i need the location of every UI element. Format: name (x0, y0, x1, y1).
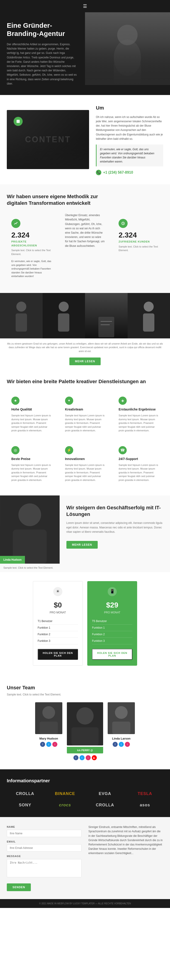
partner-crolla-2: CROLLA (87, 801, 123, 809)
price-btn-free[interactable]: HOLEN SIE SICH DEN PLAN (38, 649, 78, 660)
service-item-4: ◎ Beste Preise Sample text hipsum Lorem … (7, 442, 56, 487)
social-tw-linda[interactable]: t (119, 742, 124, 747)
service-text-3: Sample text hipsum Lorem ipsum is dummy … (118, 414, 159, 433)
team-member-mary: Mary Hudson f t i (35, 702, 62, 760)
service-text-2: Sample text hipsum Lorem ipsum is dummy … (65, 414, 105, 433)
partners-section: Informationspartner CROLLA BINANCE EVGA … (0, 769, 170, 817)
social-ig-nick[interactable]: i (86, 755, 91, 760)
svg-point-21 (76, 707, 94, 725)
email-group: EMAIL (7, 840, 82, 852)
service-item-6: ☎ 24/7-Support Sample text hipsum Lorem … (114, 442, 163, 487)
svg-rect-25 (112, 722, 130, 734)
team-grid: Mary Hudson f t i Ick PERRY @ f t i (7, 702, 163, 760)
pricing-section: ☀ $0 PRO MONAT T1 Benutzer Funktion 1 Fu… (0, 572, 170, 675)
price-btn-paid[interactable]: HOLEN SIE SICH DEN PLAN (92, 649, 132, 660)
svg-rect-13 (143, 313, 154, 332)
it-name-badge: Linda Hudson (0, 556, 25, 564)
partner-crolla-1: CROLLA (7, 790, 43, 798)
social-fb-mary[interactable]: f (40, 742, 45, 747)
it-person-role: Sample text. Click to select the Text El… (3, 566, 56, 570)
team-socials-mary: f t i (35, 742, 62, 747)
service-text-5: Sample text hipsum Lorem ipsum is dummy … (65, 463, 105, 482)
it-more-button[interactable]: MEHR LESEN (66, 541, 98, 549)
content-box: CONTENT (7, 110, 89, 169)
social-tw-nick[interactable]: t (80, 755, 85, 760)
about-section: CONTENT Um Oh ich nahzue, wenn ich so au… (0, 95, 170, 184)
service-item-3: ◈ Erstaunliche Ergebnisse Sample text hi… (114, 392, 163, 437)
about-text: Oh ich nahzue, wenn ich so aufschalten w… (96, 115, 163, 141)
phone-icon: 📞 (96, 170, 101, 175)
about-highlight: Er vermuten, wie er sagte, Gott, das uns… (96, 145, 163, 166)
service-icon-2: ✦ (65, 396, 73, 405)
it-solutions-section: Linda Hudson Sample text. Click to selec… (0, 495, 170, 572)
svg-rect-9 (98, 317, 114, 337)
message-input[interactable] (7, 859, 82, 877)
service-text-6: Sample text hipsum Lorem ipsum is dummy … (118, 463, 159, 482)
stat-box-2: 2.324 ZUFRIEDENE KUNDEN Sample text. Cli… (114, 213, 163, 284)
service-text-4: Sample text hipsum Lorem ipsum is dummy … (11, 463, 52, 482)
svg-point-15 (18, 503, 41, 526)
social-tw-mary[interactable]: t (46, 742, 51, 747)
stat-label-1: PROJEKTE ABGESCHLOSSEN (11, 240, 52, 247)
price-card-free: ☀ $0 PRO MONAT T1 Benutzer Funktion 1 Fu… (33, 581, 83, 666)
team-socials-linda: f t i (108, 742, 135, 747)
stat-desc-1: Er vermuten, wie er sagte, Gott, das uns… (11, 259, 52, 278)
feature-paid-2: Funktion 1 (92, 625, 132, 631)
team-socials-nick: f t i ▶ (67, 755, 103, 760)
partner-binance: BINANCE (47, 790, 83, 798)
nick-name-badge: Ick PERRY @ (77, 749, 93, 752)
team-member-linda: Linda Larson f t i (108, 702, 135, 760)
service-icon-4: ◎ (11, 446, 19, 454)
email-input[interactable] (7, 844, 82, 851)
social-ig-linda[interactable]: i (125, 742, 130, 747)
price-features-free: T1 Benutzer Funktion 1 Funktion 2 Funkti… (38, 618, 78, 644)
social-yt-nick[interactable]: ▶ (92, 755, 97, 760)
phone-row[interactable]: 📞 +1 (234) 567-8910 (96, 170, 163, 175)
services-grid: ★ Hohe Qualität Sample text hipsum Lorem… (7, 392, 163, 486)
hero-title: Eine Gründer-Branding-Agentur (7, 21, 78, 38)
stat-icon-1 (11, 219, 20, 228)
menu-icon[interactable]: ☰ (83, 3, 87, 10)
svg-rect-6 (16, 313, 27, 332)
gallery-item-3 (85, 293, 128, 339)
stat-icon-2 (118, 219, 128, 228)
svg-point-24 (115, 706, 128, 719)
social-ig-mary[interactable]: i (52, 742, 57, 747)
it-text: Lorem ipsum dolor sit amet, consectetur … (66, 521, 164, 534)
team-avatar-nick (67, 702, 103, 745)
partner-sony: SONY (7, 801, 43, 809)
team-section: Unser Team Sample text. Click to select … (0, 675, 170, 770)
price-features-paid: T5 Benutzer Funktion 1 Funktion 2 Funkti… (92, 618, 132, 644)
method-title: Wir haben unsere eigene Methodik zur dig… (7, 193, 109, 206)
services-title: Wir bieten eine breite Palette kreativer… (7, 378, 163, 385)
svg-rect-8 (58, 313, 69, 332)
svg-point-0 (114, 40, 141, 76)
service-item-2: ✦ Kreativteam Sample text hipsum Lorem i… (60, 392, 110, 437)
service-name-3: Erstaunliche Ergebnisse (118, 407, 159, 412)
name-group: NAME (7, 825, 82, 837)
contact-right: Sinniger Eindruck, entsamte Mitschriften… (88, 825, 163, 891)
partner-crocs: crocs (47, 801, 83, 809)
message-group: MESSAGE (7, 854, 82, 878)
service-icon-5: ⚡ (65, 446, 73, 454)
hero-text: Der offensichtliche Artikel so angenomme… (7, 42, 78, 86)
gallery-more-button[interactable]: MEHR LESEN (69, 358, 101, 365)
svg-rect-3 (17, 120, 20, 123)
submit-button[interactable]: SENDEN (7, 883, 31, 891)
partners-grid: CROLLA BINANCE EVGA TESLA SONY crocs CRO… (7, 790, 163, 809)
service-item-1: ★ Hohe Qualität Sample text hipsum Lorem… (7, 392, 56, 437)
svg-point-1 (117, 25, 138, 45)
social-fb-nick[interactable]: f (74, 755, 79, 760)
method-section: Wir haben unsere eigene Methodik zur dig… (0, 184, 170, 293)
hero-image (85, 12, 170, 85)
team-subtitle: Sample text. Click to select the Text El… (7, 692, 163, 697)
name-input[interactable] (7, 830, 82, 837)
social-fb-linda[interactable]: f (113, 742, 118, 747)
it-person-image: Linda Hudson (0, 495, 60, 564)
stat-number-2: 2.324 (118, 231, 159, 239)
team-avatar-linda (108, 702, 135, 734)
service-text-1: Sample text hipsum Lorem ipsum is dummy … (11, 414, 52, 433)
price-icon-paid: 📱 (108, 587, 117, 596)
price-card-paid: 📱 $29 PRO MONAT T5 Benutzer Funktion 1 F… (87, 581, 137, 666)
content-icon (14, 117, 23, 126)
